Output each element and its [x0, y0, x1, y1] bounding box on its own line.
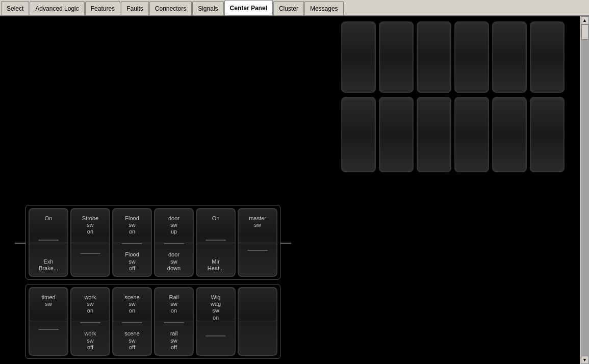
- switch-1-3-divider: [113, 243, 151, 243]
- switch-2-2-top-label: workswon: [84, 294, 96, 315]
- tab-messages[interactable]: Messages: [304, 1, 344, 15]
- switch-2-4-top-label: Railswon: [169, 294, 179, 315]
- switch-2-5-line: [206, 335, 226, 336]
- switch-1-5-bottom-label: MirHeat...: [208, 258, 224, 272]
- switch-2-4-line: [164, 322, 184, 323]
- switch-2-2-bottom-label: workswoff: [84, 330, 96, 351]
- switch-2-3-divider: [113, 322, 151, 322]
- switch-1-6-top-label: mastersw: [249, 215, 266, 228]
- tab-select[interactable]: Select: [1, 1, 29, 15]
- top-btn-1-6[interactable]: [530, 21, 565, 93]
- switch-1-6[interactable]: mastersw: [238, 208, 277, 277]
- tab-features[interactable]: Features: [85, 1, 120, 15]
- top-button-row-1: [341, 21, 565, 93]
- top-btn-2-4[interactable]: [454, 97, 489, 172]
- switch-1-4-top-label: doorswup: [168, 215, 180, 236]
- switch-2-3-bottom-label: sceneswoff: [124, 330, 139, 351]
- main-content: On ExhBrake... Strobeswon Floodswon: [0, 16, 589, 364]
- top-btn-2-3[interactable]: [417, 97, 451, 172]
- switch-1-4-divider: [155, 243, 193, 243]
- switch-2-6-divider: [239, 322, 276, 322]
- top-btn-2-2[interactable]: [379, 97, 414, 172]
- switch-1-2[interactable]: Strobeswon: [70, 208, 110, 277]
- switch-1-2-divider: [71, 243, 109, 243]
- switch-2-3-top-label: sceneswon: [124, 294, 139, 315]
- switch-2-1-top-label: timedsw: [42, 294, 56, 307]
- switch-1-1-top-label: On: [45, 215, 53, 222]
- switch-2-1-divider: [30, 322, 67, 322]
- switch-1-1[interactable]: On ExhBrake...: [29, 208, 68, 277]
- switch-2-2-divider: [71, 322, 109, 322]
- switch-1-2-top-label: Strobeswon: [82, 215, 98, 236]
- switch-2-5[interactable]: Wigwagswon: [196, 287, 236, 356]
- switch-1-5-divider: [197, 243, 235, 243]
- switch-1-1-line: [38, 240, 59, 241]
- switch-2-2[interactable]: workswon workswoff: [70, 287, 110, 356]
- switch-1-6-divider: [239, 243, 276, 243]
- switch-1-1-bottom-label: ExhBrake...: [39, 258, 58, 272]
- switch-2-3[interactable]: sceneswon sceneswoff: [112, 287, 152, 356]
- lower-rows-wrapper: On ExhBrake... Strobeswon Floodswon: [25, 205, 280, 359]
- switch-1-4[interactable]: doorswup doorswdown: [154, 208, 194, 277]
- switch-2-3-line: [122, 322, 142, 323]
- top-btn-1-1[interactable]: [341, 21, 376, 93]
- top-button-grid: [341, 21, 565, 172]
- switch-1-4-line: [164, 243, 184, 244]
- tab-advanced-logic[interactable]: Advanced Logic: [30, 1, 84, 15]
- switch-1-3-top-label: Floodswon: [125, 215, 139, 236]
- switch-2-5-top-label: Wigwagswon: [211, 294, 221, 321]
- top-btn-1-4[interactable]: [454, 21, 489, 93]
- switch-1-5-line: [206, 240, 226, 241]
- tab-cluster[interactable]: Cluster: [273, 1, 304, 15]
- switch-2-1[interactable]: timedsw: [29, 287, 68, 356]
- top-button-row-2: [341, 97, 565, 172]
- switch-2-4[interactable]: Railswon railswoff: [154, 287, 194, 356]
- top-btn-1-2[interactable]: [379, 21, 414, 93]
- top-btn-1-3[interactable]: [417, 21, 451, 93]
- switch-2-4-bottom-label: railswoff: [170, 330, 178, 351]
- scroll-down-arrow[interactable]: ▼: [581, 356, 589, 364]
- switch-2-6[interactable]: [238, 287, 277, 356]
- tab-faults[interactable]: Faults: [121, 1, 149, 15]
- top-btn-1-5[interactable]: [492, 21, 527, 93]
- switch-1-3[interactable]: Floodswon Floodswoff: [112, 208, 152, 277]
- switch-1-5[interactable]: On MirHeat...: [196, 208, 236, 277]
- connector-right-1: [280, 243, 291, 244]
- switch-1-5-top-label: On: [212, 215, 220, 222]
- scroll-thumb[interactable]: [581, 24, 588, 40]
- scroll-up-arrow[interactable]: ▲: [581, 16, 589, 24]
- switch-2-2-line: [80, 322, 100, 323]
- switch-2-4-divider: [155, 322, 193, 322]
- switch-2-5-divider: [197, 322, 235, 322]
- top-btn-2-1[interactable]: [341, 97, 376, 172]
- switch-1-1-divider: [30, 243, 67, 243]
- switch-1-6-line: [247, 250, 268, 251]
- scroll-track[interactable]: [581, 24, 589, 356]
- top-btn-2-6[interactable]: [530, 97, 565, 172]
- switch-row-group-1: On ExhBrake... Strobeswon Floodswon: [25, 205, 280, 280]
- switch-1-3-bottom-label: Floodswoff: [125, 251, 139, 272]
- panel-area: On ExhBrake... Strobeswon Floodswon: [0, 16, 580, 364]
- tab-bar: Select Advanced Logic Features Faults Co…: [0, 0, 589, 16]
- switch-2-1-line: [38, 329, 59, 330]
- tab-connectors[interactable]: Connectors: [149, 1, 192, 15]
- switch-1-4-bottom-label: doorswdown: [167, 251, 181, 272]
- connector-left-1: [15, 243, 26, 244]
- switch-1-2-line: [80, 253, 100, 254]
- tab-signals[interactable]: Signals: [192, 1, 223, 15]
- top-btn-2-5[interactable]: [492, 97, 527, 172]
- tab-center-panel[interactable]: Center Panel: [224, 0, 273, 15]
- switch-1-3-line: [122, 243, 142, 244]
- scrollbar: ▲ ▼: [580, 16, 589, 364]
- switch-row-group-2: timedsw workswon workswoff sceneswon: [25, 284, 280, 359]
